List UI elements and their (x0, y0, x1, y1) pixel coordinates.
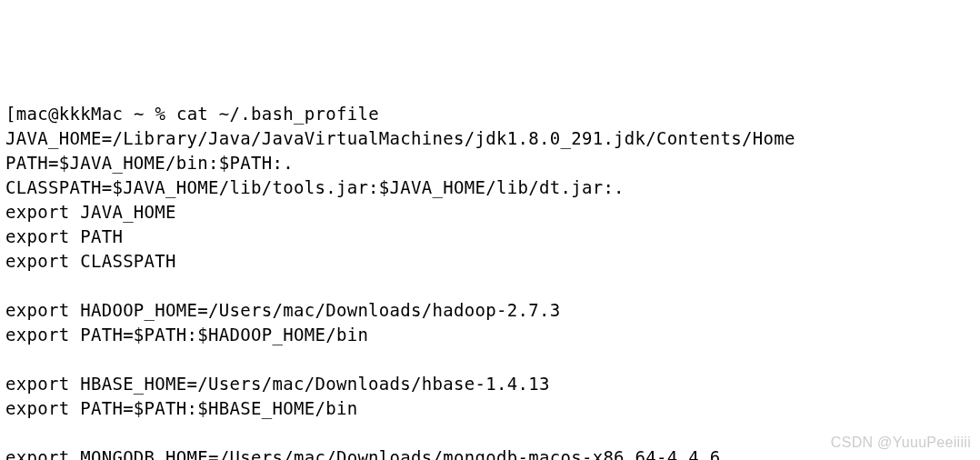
output-line: export HADOOP_HOME=/Users/mac/Downloads/… (5, 300, 560, 320)
command-text: cat ~/.bash_profile (176, 104, 379, 124)
output-line: export PATH (5, 226, 123, 246)
prompt-bracket: [ (5, 104, 16, 124)
output-line: export CLASSPATH (5, 251, 176, 271)
prompt-symbol: % (155, 104, 165, 124)
output-line: JAVA_HOME=/Library/Java/JavaVirtualMachi… (5, 128, 795, 148)
output-line: export PATH=$PATH:$HADOOP_HOME/bin (5, 325, 368, 345)
output-line: export PATH=$PATH:$HBASE_HOME/bin (5, 398, 357, 418)
output-line: export JAVA_HOME (5, 202, 176, 222)
output-line: PATH=$JAVA_HOME/bin:$PATH:. (5, 153, 294, 173)
output-line: export HBASE_HOME=/Users/mac/Downloads/h… (5, 374, 550, 394)
terminal-output[interactable]: [mac@kkkMac ~ % cat ~/.bash_profile JAVA… (5, 102, 975, 460)
output-line: export MONGODB_HOME=/Users/mac/Downloads… (5, 447, 721, 460)
prompt-cwd: ~ (134, 104, 145, 124)
prompt-user-host: mac@kkkMac (16, 104, 123, 124)
output-line: CLASSPATH=$JAVA_HOME/lib/tools.jar:$JAVA… (5, 177, 625, 197)
